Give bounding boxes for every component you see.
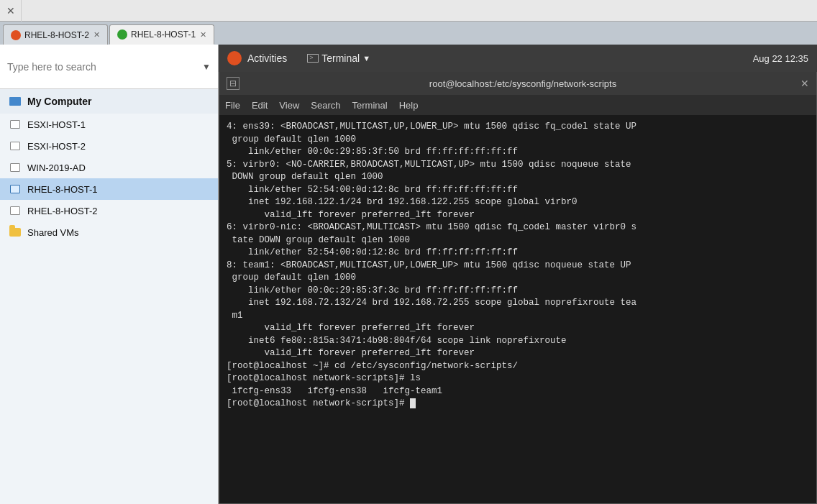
terminal-line: group default qlen 1000: [227, 134, 809, 147]
terminal-menu-help[interactable]: Help: [399, 100, 419, 111]
terminal-button-label: Terminal: [321, 52, 360, 64]
tab-close-1[interactable]: ✕: [93, 30, 100, 40]
terminal-line: inet 192.168.72.132/24 brd 192.168.72.25…: [227, 297, 809, 310]
terminal-line: [root@localhost network-scripts]# ls: [227, 372, 809, 385]
terminal-line: ifcfg-ens33 ifcfg-ens38 ifcfg-team1: [227, 385, 809, 398]
activities-icon: [227, 51, 242, 65]
top-bar: ✕: [0, 0, 817, 22]
sidebar: ▼ My Computer ESXI-HOST-1 ESXI-HOST-2 WI…: [0, 45, 219, 504]
terminal-minimize-button[interactable]: ⊟: [227, 77, 239, 90]
terminal-line: link/ether 00:0c:29:85:3f:50 brd ff:ff:f…: [227, 146, 809, 159]
tab-label-1: RHEL-8-HOST-2: [24, 30, 89, 40]
terminal-button[interactable]: Terminal ▼: [301, 50, 376, 67]
terminal-menu-edit[interactable]: Edit: [252, 100, 268, 111]
computer-icon: [9, 95, 22, 108]
shared-vms-label: Shared VMs: [27, 227, 79, 238]
terminal-line: 6: virbr0-nic: <BROADCAST,MULTICAST> mtu…: [227, 221, 809, 234]
terminal-line: inet6 fe80::815a:3471:4b98:804f/64 scope…: [227, 335, 809, 348]
win2019-label: WIN-2019-AD: [27, 162, 86, 173]
host-icon-rhel1: [9, 183, 22, 196]
rhel2-label: RHEL-8-HOST-2: [27, 206, 98, 216]
terminal-line: valid_lft forever preferred_lft forever: [227, 322, 809, 335]
host-icon-esxi2: [9, 139, 22, 152]
terminal-line: 4: ens39: <BROADCAST,MULTICAST,UP,LOWER_…: [227, 121, 809, 134]
folder-icon-shared: [9, 226, 22, 239]
my-computer-label: My Computer: [27, 96, 91, 107]
terminal-line: 5: virbr0: <NO-CARRIER,BROADCAST,MULTICA…: [227, 159, 809, 172]
activities-label: Activities: [247, 52, 287, 64]
terminal-menu-file[interactable]: File: [225, 100, 240, 111]
terminal-cursor: [410, 398, 416, 408]
terminal-title: root@localhost:/etc/sysconfig/network-sc…: [245, 78, 800, 89]
tab-label-2: RHEL-8-HOST-1: [131, 29, 196, 40]
search-bar[interactable]: ▼: [0, 45, 218, 89]
esxi2-label: ESXI-HOST-2: [27, 141, 86, 152]
host-icon-esxi1: [9, 118, 22, 131]
activities-bar: Activities Terminal ▼ Aug 22 12:35: [219, 45, 817, 72]
terminal-line: group default qlen 1000: [227, 272, 809, 285]
terminal-line: [root@localhost ~]# cd /etc/sysconfig/ne…: [227, 360, 809, 373]
host-icon-rhel2: [9, 204, 22, 217]
tab-icon-red: [11, 30, 21, 40]
sidebar-item-esxi-host-2[interactable]: ESXI-HOST-2: [0, 135, 218, 157]
host-icon-win2019: [9, 161, 22, 174]
tabs-area: RHEL-8-HOST-2 ✕ RHEL-8-HOST-1 ✕: [0, 22, 817, 45]
tab-rhel-8-host-1[interactable]: RHEL-8-HOST-1 ✕: [109, 24, 214, 45]
terminal-menu-search[interactable]: Search: [311, 100, 340, 111]
terminal-icon: [307, 54, 319, 63]
terminal-body[interactable]: 4: ens39: <BROADCAST,MULTICAST,UP,LOWER_…: [219, 115, 816, 503]
terminal-dropdown-arrow: ▼: [362, 54, 370, 63]
terminal-menu: File Edit View Search Terminal Help: [219, 95, 816, 115]
terminal-titlebar: ⊟ root@localhost:/etc/sysconfig/network-…: [219, 72, 816, 95]
terminal-line: link/ether 52:54:00:0d:12:8c brd ff:ff:f…: [227, 184, 809, 197]
terminal-line: link/ether 00:0c:29:85:3f:3c brd ff:ff:f…: [227, 285, 809, 298]
terminal-line: valid_lft forever preferred_lft forever: [227, 347, 809, 360]
datetime-display: Aug 22 12:35: [753, 53, 808, 64]
terminal-line: DOWN group default qlen 1000: [227, 171, 809, 184]
terminal-line: m1: [227, 310, 809, 323]
sidebar-item-rhel-8-host-2[interactable]: RHEL-8-HOST-2: [0, 200, 218, 221]
tab-close-2[interactable]: ✕: [200, 30, 206, 40]
terminal-line: inet 192.168.122.1/24 brd 192.168.122.25…: [227, 196, 809, 209]
terminal-close-button[interactable]: ✕: [800, 78, 809, 89]
terminal-line: valid_lft forever preferred_lft forever: [227, 209, 809, 222]
search-dropdown-arrow[interactable]: ▼: [202, 62, 211, 72]
terminal-menu-terminal[interactable]: Terminal: [352, 100, 388, 111]
sidebar-item-rhel-8-host-1[interactable]: RHEL-8-HOST-1: [0, 178, 218, 200]
sidebar-item-shared-vms[interactable]: Shared VMs: [0, 221, 218, 243]
window-close-button[interactable]: ✕: [0, 0, 22, 22]
esxi1-label: ESXI-HOST-1: [27, 119, 86, 130]
search-input[interactable]: [7, 61, 202, 73]
terminal-line: link/ether 52:54:00:0d:12:8c brd ff:ff:f…: [227, 247, 809, 260]
terminal-line: 8: team1: <BROADCAST,MULTICAST,UP,LOWER_…: [227, 260, 809, 272]
terminal-line: [root@localhost network-scripts]#: [227, 398, 809, 411]
sidebar-item-win-2019-ad[interactable]: WIN-2019-AD: [0, 157, 218, 178]
main-content: ▼ My Computer ESXI-HOST-1 ESXI-HOST-2 WI…: [0, 45, 817, 504]
sidebar-item-my-computer[interactable]: My Computer: [0, 89, 218, 114]
right-panel: Activities Terminal ▼ Aug 22 12:35 ⊟ roo…: [219, 45, 817, 504]
tab-rhel-8-host-2[interactable]: RHEL-8-HOST-2 ✕: [3, 24, 108, 45]
terminal-window: ⊟ root@localhost:/etc/sysconfig/network-…: [219, 72, 817, 504]
rhel1-label: RHEL-8-HOST-1: [27, 184, 98, 195]
tab-icon-green: [117, 29, 127, 40]
terminal-menu-view[interactable]: View: [279, 100, 299, 111]
terminal-line: tate DOWN group default qlen 1000: [227, 234, 809, 247]
sidebar-item-esxi-host-1[interactable]: ESXI-HOST-1: [0, 114, 218, 135]
